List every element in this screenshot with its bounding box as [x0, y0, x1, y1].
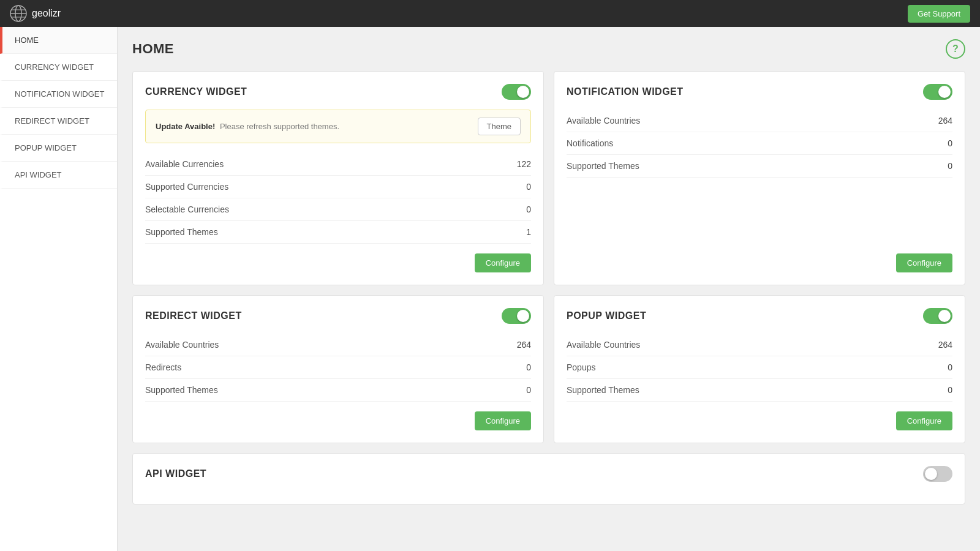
page-title: HOME: [132, 41, 174, 57]
popup-toggle-thumb: [938, 310, 951, 322]
stat-label: Available Countries: [145, 340, 219, 350]
stat-label: Supported Currencies: [145, 182, 228, 192]
popup-toggle[interactable]: [923, 308, 952, 324]
stat-value: 264: [517, 340, 531, 350]
stat-label: Supported Themes: [567, 385, 639, 395]
stat-label: Available Currencies: [145, 159, 224, 169]
stat-label: Supported Themes: [145, 385, 218, 395]
stat-value: 0: [948, 138, 952, 148]
popup-configure-button[interactable]: Configure: [896, 411, 952, 430]
currency-configure-button[interactable]: Configure: [475, 253, 531, 272]
stat-row: Available Currencies 122: [145, 153, 531, 176]
stat-row: Available Countries 264: [567, 110, 952, 132]
stat-row: Popups 0: [567, 356, 952, 379]
api-toggle-thumb: [925, 468, 937, 480]
stat-label: Popups: [567, 362, 595, 372]
stat-value: 264: [938, 340, 952, 350]
notification-toggle[interactable]: [923, 84, 952, 100]
currency-widget-title: CURRENCY WIDGET: [145, 86, 247, 97]
stat-value: 0: [948, 362, 952, 372]
notification-widget-header: NOTIFICATION WIDGET: [567, 84, 952, 100]
sidebar-item-currency[interactable]: CURRENCY WIDGET: [0, 54, 117, 81]
stat-value: 1: [526, 227, 531, 237]
stat-label: Available Countries: [567, 340, 640, 350]
currency-widget-card: CURRENCY WIDGET Update Avaible! Please r…: [132, 71, 544, 285]
redirect-toggle[interactable]: [502, 308, 531, 324]
redirect-toggle-track: [502, 308, 531, 324]
stat-value: 122: [517, 159, 531, 169]
redirect-configure-button[interactable]: Configure: [475, 411, 531, 430]
stat-row: Supported Currencies 0: [145, 176, 531, 198]
stat-value: 0: [948, 385, 952, 395]
popup-configure-row: Configure: [567, 402, 952, 430]
currency-alert-box: Update Avaible! Please refresh supported…: [145, 110, 531, 143]
stat-row: Notifications 0: [567, 132, 952, 155]
currency-configure-row: Configure: [145, 244, 531, 272]
sidebar: HOME CURRENCY WIDGET NOTIFICATION WIDGET…: [0, 27, 118, 551]
currency-toggle-track: [502, 84, 531, 100]
logo-text: geolizr: [32, 8, 61, 19]
logo: geolizr: [10, 5, 61, 22]
redirect-widget-header: REDIRECT WIDGET: [145, 308, 531, 324]
widget-grid: CURRENCY WIDGET Update Avaible! Please r…: [132, 71, 965, 504]
api-widget-card: API WIDGET: [132, 453, 965, 504]
api-toggle-track: [923, 466, 952, 482]
stat-row: Available Countries 264: [145, 334, 531, 356]
theme-button[interactable]: Theme: [478, 118, 521, 135]
get-support-button[interactable]: Get Support: [908, 5, 970, 23]
api-toggle[interactable]: [923, 466, 952, 482]
currency-alert-bold: Update Avaible!: [156, 122, 215, 131]
notification-toggle-thumb: [938, 86, 951, 98]
notification-toggle-track: [923, 84, 952, 100]
stat-label: Supported Themes: [567, 161, 639, 171]
redirect-toggle-thumb: [517, 310, 529, 322]
help-icon[interactable]: ?: [946, 39, 965, 59]
api-widget-header: API WIDGET: [145, 466, 952, 482]
currency-widget-header: CURRENCY WIDGET: [145, 84, 531, 100]
main-content: HOME ? CURRENCY WIDGET Update Avaible!: [118, 27, 980, 551]
stat-value: 0: [526, 182, 531, 192]
popup-widget-header: POPUP WIDGET: [567, 308, 952, 324]
sidebar-item-home[interactable]: HOME: [0, 27, 117, 54]
topnav: geolizr Get Support: [0, 0, 980, 27]
stat-label: Available Countries: [567, 116, 640, 126]
logo-icon: [10, 5, 27, 22]
currency-alert-text: Update Avaible! Please refresh supported…: [156, 122, 339, 131]
stat-row: Selectable Currencies 0: [145, 198, 531, 221]
redirect-widget-card: REDIRECT WIDGET Available Countries 264 …: [132, 295, 544, 443]
stat-value: 0: [948, 161, 952, 171]
sidebar-item-notification[interactable]: NOTIFICATION WIDGET: [0, 81, 117, 108]
stat-row: Supported Themes 1: [145, 221, 531, 244]
stat-row: Available Countries 264: [567, 334, 952, 356]
stat-label: Supported Themes: [145, 227, 218, 237]
stat-value: 0: [526, 385, 531, 395]
notification-widget-card: NOTIFICATION WIDGET Available Countries …: [554, 71, 965, 285]
currency-toggle-thumb: [517, 86, 529, 98]
stat-label: Notifications: [567, 138, 613, 148]
redirect-configure-row: Configure: [145, 402, 531, 430]
stat-row: Supported Themes 0: [567, 155, 952, 178]
currency-alert-detail: Please refresh supported themes.: [220, 122, 339, 131]
page-header: HOME ?: [132, 39, 965, 59]
redirect-widget-title: REDIRECT WIDGET: [145, 310, 242, 321]
popup-toggle-track: [923, 308, 952, 324]
stat-value: 0: [526, 362, 531, 372]
notification-configure-row: Configure: [567, 244, 952, 272]
notification-configure-button[interactable]: Configure: [896, 253, 952, 272]
popup-widget-card: POPUP WIDGET Available Countries 264 Pop…: [554, 295, 965, 443]
stat-value: 264: [938, 116, 952, 126]
stat-row: Supported Themes 0: [145, 379, 531, 402]
sidebar-item-popup[interactable]: POPUP WIDGET: [0, 135, 117, 162]
stat-row: Supported Themes 0: [567, 379, 952, 402]
stat-label: Selectable Currencies: [145, 204, 229, 214]
sidebar-item-redirect[interactable]: REDIRECT WIDGET: [0, 108, 117, 135]
sidebar-item-api[interactable]: API WIDGET: [0, 162, 117, 189]
currency-toggle[interactable]: [502, 84, 531, 100]
stat-row: Redirects 0: [145, 356, 531, 379]
notification-widget-title: NOTIFICATION WIDGET: [567, 86, 684, 97]
api-widget-title: API WIDGET: [145, 468, 206, 479]
popup-widget-title: POPUP WIDGET: [567, 310, 646, 321]
stat-value: 0: [526, 204, 531, 214]
layout: HOME CURRENCY WIDGET NOTIFICATION WIDGET…: [0, 27, 980, 551]
stat-label: Redirects: [145, 362, 181, 372]
